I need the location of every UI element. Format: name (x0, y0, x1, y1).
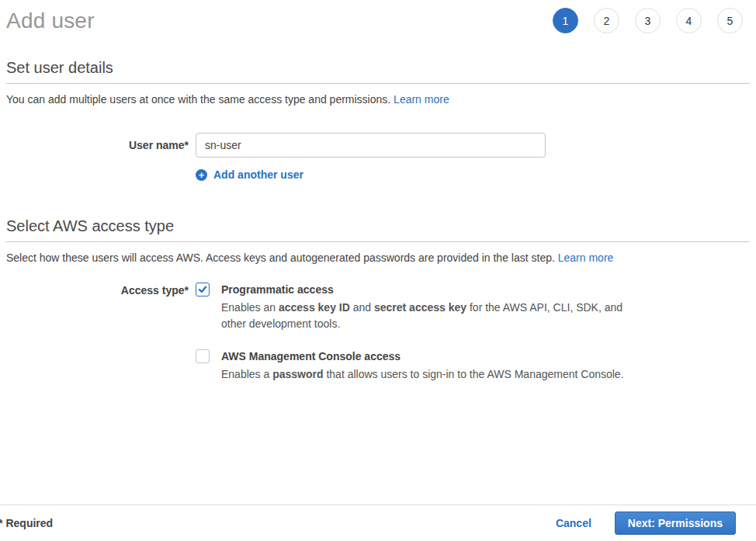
select-access-type-description: Select how these users will access AWS. … (6, 251, 750, 265)
set-user-details-section: Set user details You can add multiple us… (6, 59, 750, 181)
step-indicator-3: 3 (635, 8, 661, 33)
step-indicator-4: 4 (676, 8, 702, 33)
plus-circle-icon: + (196, 169, 207, 181)
access-type-options: Programmatic access Enables an access ke… (196, 283, 633, 383)
add-another-user-link[interactable]: + Add another user (196, 168, 750, 181)
console-access-body: AWS Management Console access Enables a … (221, 349, 624, 383)
page-header: Add user 1 2 3 4 5 (6, 0, 750, 33)
checkmark-icon (198, 285, 207, 294)
select-access-type-description-text: Select how these users will access AWS. … (6, 251, 555, 264)
console-access-checkbox[interactable] (196, 349, 210, 363)
step-indicator-5: 5 (717, 8, 743, 33)
console-access-option: AWS Management Console access Enables a … (196, 349, 633, 383)
required-note: *Required (6, 517, 53, 529)
step-indicator-1: 1 (553, 8, 578, 33)
programmatic-access-checkbox[interactable] (196, 283, 210, 297)
step-indicator-group: 1 2 3 4 5 (553, 8, 743, 33)
cancel-button[interactable]: Cancel (556, 517, 591, 529)
access-type-learn-more-link[interactable]: Learn more (558, 251, 614, 264)
access-type-row: Access type* Programmatic access Enables… (6, 283, 750, 383)
required-label: Required (5, 517, 53, 529)
next-permissions-button[interactable]: Next: Permissions (615, 512, 736, 535)
add-user-page: Add user 1 2 3 4 5 Set user details You … (0, 0, 756, 541)
programmatic-access-description: Enables an access key ID and secret acce… (221, 300, 633, 332)
footer-actions: Cancel Next: Permissions (556, 512, 736, 535)
step-indicator-2: 2 (594, 8, 619, 33)
user-details-learn-more-link[interactable]: Learn more (394, 93, 449, 106)
add-another-user-label[interactable]: Add another user (213, 168, 303, 181)
set-user-details-description: You can add multiple users at once with … (6, 92, 750, 106)
user-name-input[interactable] (196, 133, 546, 158)
set-user-details-heading: Set user details (6, 59, 750, 84)
user-name-label: User name* (6, 133, 189, 158)
select-access-type-section: Select AWS access type Select how these … (6, 217, 750, 383)
page-title: Add user (6, 9, 95, 33)
select-access-type-heading: Select AWS access type (6, 217, 750, 242)
programmatic-access-body: Programmatic access Enables an access ke… (221, 283, 633, 332)
console-access-description: Enables a password that allows users to … (221, 366, 624, 383)
required-asterisk: * (0, 517, 2, 529)
footer-divider: *Required Cancel Next: Permissions (0, 505, 756, 541)
programmatic-access-title: Programmatic access (221, 283, 633, 297)
access-type-label: Access type* (6, 283, 189, 383)
console-access-title: AWS Management Console access (221, 349, 624, 363)
programmatic-access-option: Programmatic access Enables an access ke… (196, 283, 633, 332)
user-name-row: User name* (6, 133, 750, 158)
set-user-details-description-text: You can add multiple users at once with … (6, 93, 390, 106)
footer-bar: *Required Cancel Next: Permissions (0, 505, 756, 541)
